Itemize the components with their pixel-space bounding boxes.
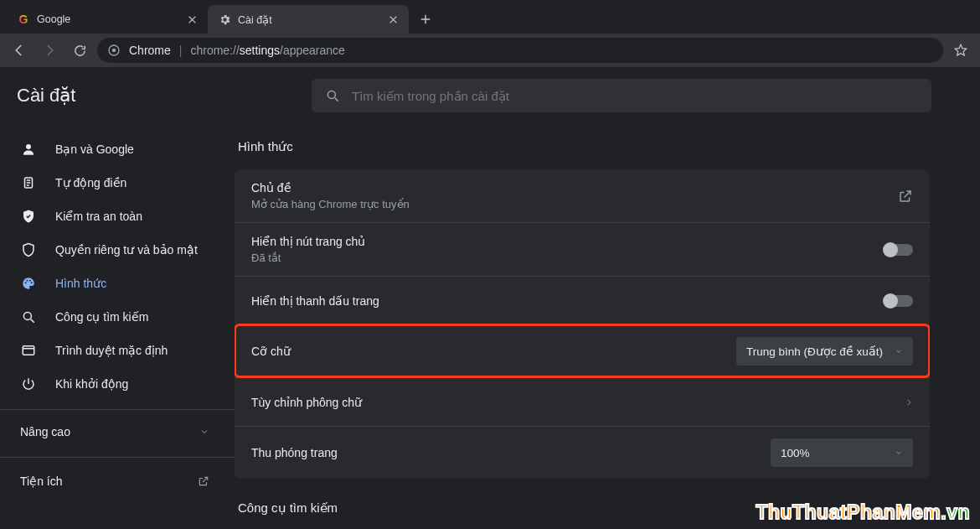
sidebar-item-on-startup[interactable]: Khi khởi động bbox=[0, 367, 218, 401]
sidebar-item-label: Kiểm tra an toàn bbox=[55, 210, 142, 223]
svg-point-5 bbox=[25, 282, 27, 283]
row-title: Thu phóng trang bbox=[251, 446, 338, 459]
sidebar-item-default-browser[interactable]: Trình duyệt mặc định bbox=[0, 334, 218, 367]
toggle-home-button[interactable] bbox=[885, 244, 913, 256]
row-home-button: Hiển thị nút trang chủ Đã tắt bbox=[235, 222, 930, 276]
sidebar-divider bbox=[0, 409, 235, 410]
clipboard-icon bbox=[20, 174, 37, 191]
gear-icon bbox=[218, 13, 231, 26]
search-icon bbox=[325, 88, 340, 103]
select-value: 100% bbox=[781, 447, 810, 459]
sidebar-item-label: Tự động điền bbox=[55, 176, 126, 189]
svg-rect-10 bbox=[23, 346, 34, 355]
address-bar[interactable]: Chrome | chrome://settings/appearance bbox=[97, 38, 943, 63]
sidebar-item-label: Hình thức bbox=[55, 277, 106, 290]
external-link-icon bbox=[898, 189, 913, 204]
sidebar-advanced-label: Nâng cao bbox=[20, 425, 70, 438]
close-icon[interactable] bbox=[186, 13, 198, 25]
sidebar-item-label: Trình duyệt mặc định bbox=[55, 344, 168, 357]
sidebar-item-privacy[interactable]: Quyền riêng tư và bảo mật bbox=[0, 233, 218, 267]
row-theme[interactable]: Chủ đề Mở cửa hàng Chrome trực tuyến bbox=[235, 169, 930, 222]
settings-header: Cài đặt bbox=[0, 67, 980, 124]
select-font-size[interactable]: Trung bình (Được đề xuất) bbox=[736, 337, 913, 366]
svg-point-9 bbox=[23, 312, 31, 319]
reload-button[interactable] bbox=[67, 38, 92, 63]
toggle-bookmarks-bar[interactable] bbox=[885, 295, 913, 307]
sidebar-divider bbox=[0, 457, 235, 458]
select-page-zoom[interactable]: 100% bbox=[771, 438, 913, 467]
settings-sidebar: Bạn và Google Tự động điền Kiểm tra an t… bbox=[0, 124, 235, 529]
search-icon bbox=[20, 309, 37, 325]
row-title: Cỡ chữ bbox=[251, 345, 291, 358]
sidebar-extensions-label: Tiện ích bbox=[20, 475, 63, 488]
forward-button[interactable] bbox=[37, 38, 62, 63]
sidebar-item-label: Công cụ tìm kiếm bbox=[55, 310, 148, 324]
close-icon[interactable] bbox=[387, 13, 399, 25]
row-title: Hiển thị thanh dấu trang bbox=[251, 294, 379, 308]
tab-label: Cài đặt bbox=[238, 13, 272, 26]
sidebar-item-autofill[interactable]: Tự động điền bbox=[0, 166, 218, 200]
person-icon bbox=[20, 141, 37, 158]
page-title: Cài đặt bbox=[17, 85, 312, 106]
svg-point-3 bbox=[26, 144, 31, 149]
row-title: Hiển thị nút trang chủ bbox=[251, 235, 365, 248]
browser-toolbar: Chrome | chrome://settings/appearance bbox=[0, 34, 980, 67]
google-favicon-icon: G bbox=[17, 13, 30, 26]
chevron-right-icon bbox=[905, 397, 913, 408]
svg-point-6 bbox=[27, 280, 28, 282]
row-subtitle: Mở cửa hàng Chrome trực tuyến bbox=[251, 198, 410, 210]
row-title: Tùy chỉnh phông chữ bbox=[251, 396, 362, 409]
sidebar-extensions-link[interactable]: Tiện ích bbox=[0, 463, 235, 500]
appearance-card: Chủ đề Mở cửa hàng Chrome trực tuyến Hiể… bbox=[235, 169, 930, 479]
svg-point-1 bbox=[112, 49, 116, 53]
sidebar-item-search-engine[interactable]: Công cụ tìm kiếm bbox=[0, 300, 218, 334]
select-value: Trung bình (Được đề xuất) bbox=[746, 345, 883, 358]
svg-point-2 bbox=[328, 91, 335, 98]
sidebar-item-appearance[interactable]: Hình thức bbox=[0, 267, 218, 300]
tab-label: Google bbox=[37, 13, 70, 25]
omnibox-url: chrome://settings/appearance bbox=[190, 44, 344, 57]
svg-point-8 bbox=[31, 282, 33, 283]
row-bookmarks-bar: Hiển thị thanh dấu trang bbox=[235, 276, 930, 324]
tab-settings[interactable]: Cài đặt bbox=[208, 5, 409, 34]
shield-icon bbox=[20, 241, 37, 258]
row-title: Chủ đề bbox=[251, 181, 410, 194]
settings-page: Cài đặt Bạn và Google Tự động điền Kiểm … bbox=[0, 67, 980, 529]
chevron-down-icon bbox=[895, 449, 903, 457]
row-subtitle: Đã tắt bbox=[251, 252, 365, 264]
sidebar-item-you-and-google[interactable]: Bạn và Google bbox=[0, 132, 218, 166]
chevron-down-icon bbox=[895, 347, 903, 355]
new-tab-button[interactable] bbox=[414, 8, 437, 31]
row-font-size: Cỡ chữ Trung bình (Được đề xuất) bbox=[235, 324, 930, 377]
settings-main: Hình thức Chủ đề Mở cửa hàng Chrome trực… bbox=[235, 124, 980, 529]
sidebar-item-safety-check[interactable]: Kiểm tra an toàn bbox=[0, 200, 218, 233]
browser-window-icon bbox=[20, 342, 37, 359]
sidebar-item-label: Khi khởi động bbox=[55, 377, 128, 391]
external-link-icon bbox=[198, 475, 209, 487]
omnibox-separator: | bbox=[179, 44, 183, 57]
settings-search[interactable] bbox=[312, 79, 931, 112]
palette-icon bbox=[20, 275, 37, 292]
sidebar-item-label: Quyền riêng tư và bảo mật bbox=[55, 243, 198, 257]
watermark: ThuThuatPhanMem.vn bbox=[756, 501, 970, 524]
browser-tab-strip: G Google Cài đặt bbox=[0, 0, 980, 34]
section-heading-appearance: Hình thức bbox=[238, 139, 930, 154]
sidebar-item-label: Bạn và Google bbox=[55, 143, 134, 156]
svg-point-7 bbox=[29, 280, 31, 282]
settings-search-input[interactable] bbox=[352, 89, 918, 103]
tab-google[interactable]: G Google bbox=[7, 5, 208, 34]
chrome-badge-icon bbox=[107, 44, 121, 57]
sidebar-advanced-expander[interactable]: Nâng cao bbox=[0, 415, 235, 449]
back-button[interactable] bbox=[7, 38, 32, 63]
shield-check-icon bbox=[20, 208, 37, 225]
power-icon bbox=[20, 376, 37, 392]
row-customize-fonts[interactable]: Tùy chỉnh phông chữ bbox=[235, 377, 930, 426]
row-page-zoom: Thu phóng trang 100% bbox=[235, 426, 930, 479]
chevron-down-icon bbox=[199, 427, 209, 437]
omnibox-scheme-label: Chrome bbox=[129, 44, 171, 57]
bookmark-star-icon[interactable] bbox=[948, 43, 973, 58]
